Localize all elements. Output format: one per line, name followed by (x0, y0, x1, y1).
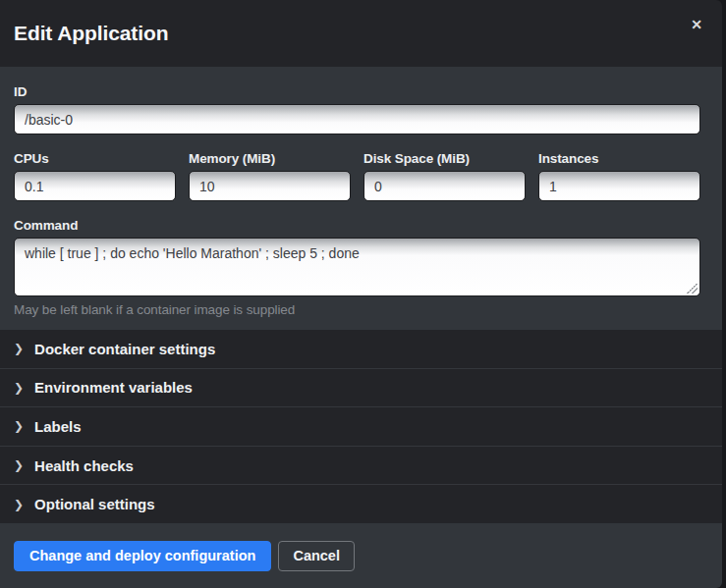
accordion-health-checks[interactable]: ❯ Health checks (0, 446, 722, 485)
command-textarea[interactable]: while [ true ] ; do echo 'Hello Marathon… (14, 238, 700, 296)
accordion-docker-container-settings[interactable]: ❯ Docker container settings (0, 330, 722, 368)
modal-footer: Change and deploy configuration Cancel (0, 523, 722, 588)
memory-input[interactable] (189, 171, 351, 201)
form-body: ID CPUs Memory (MiB) Disk Space (MiB) In… (0, 67, 722, 330)
memory-field-group: Memory (MiB) (189, 151, 351, 201)
cpus-label: CPUs (14, 151, 176, 166)
instances-label: Instances (538, 151, 700, 166)
cpus-field-group: CPUs (14, 151, 176, 201)
modal-title: Edit Application (14, 22, 168, 45)
id-field-group: ID (14, 84, 700, 134)
chevron-right-icon: ❯ (14, 382, 24, 394)
change-and-deploy-button[interactable]: Change and deploy configuration (14, 541, 271, 571)
instances-field-group: Instances (538, 151, 700, 201)
accordion-label: Docker container settings (34, 341, 215, 357)
accordion-label: Environment variables (34, 379, 193, 396)
disk-input[interactable] (363, 171, 526, 201)
instances-input[interactable] (538, 171, 700, 201)
command-field-group: Command while [ true ] ; do echo 'Hello … (14, 218, 700, 317)
accordion-label: Optional settings (34, 496, 155, 512)
resources-row: CPUs Memory (MiB) Disk Space (MiB) Insta… (14, 151, 700, 201)
disk-field-group: Disk Space (MiB) (363, 151, 526, 201)
chevron-right-icon: ❯ (14, 343, 24, 354)
accordion-label: Labels (34, 418, 82, 435)
edit-application-modal: Edit Application ✕ ID CPUs Memory (MiB) … (0, 0, 722, 588)
close-icon[interactable]: ✕ (687, 14, 706, 35)
accordion-labels[interactable]: ❯ Labels (0, 406, 722, 446)
cancel-button[interactable]: Cancel (278, 541, 355, 571)
memory-label: Memory (MiB) (189, 151, 351, 166)
disk-label: Disk Space (MiB) (363, 151, 526, 166)
command-help-text: May be left blank if a container image i… (14, 302, 700, 317)
accordion-label: Health checks (34, 457, 134, 474)
accordion-environment-variables[interactable]: ❯ Environment variables (0, 368, 722, 407)
command-label: Command (14, 218, 700, 233)
chevron-right-icon: ❯ (14, 459, 24, 471)
id-input[interactable] (14, 104, 700, 134)
accordion-optional-settings[interactable]: ❯ Optional settings (0, 484, 722, 523)
id-label: ID (14, 84, 700, 99)
chevron-right-icon: ❯ (14, 420, 24, 432)
modal-header: Edit Application ✕ (0, 0, 722, 67)
cpus-input[interactable] (14, 171, 176, 201)
chevron-right-icon: ❯ (14, 499, 24, 510)
accordion: ❯ Docker container settings ❯ Environmen… (0, 330, 722, 523)
